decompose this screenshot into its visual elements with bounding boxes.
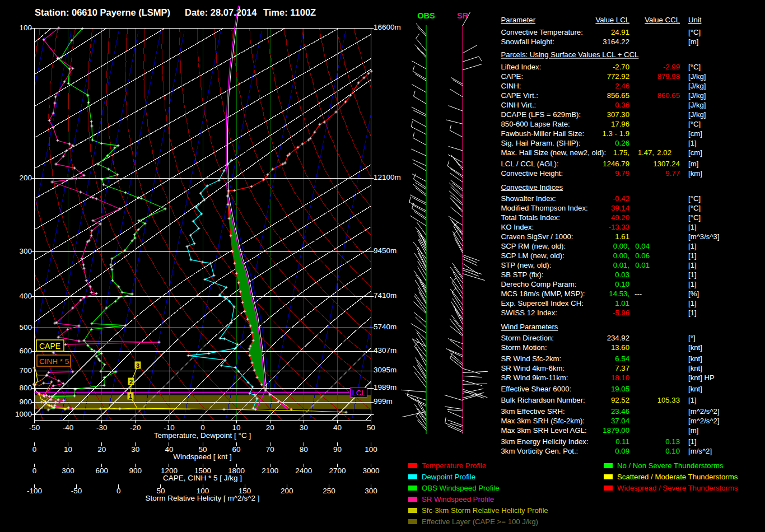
svg-text:OBS Windspeed Profile: OBS Windspeed Profile bbox=[422, 484, 500, 492]
svg-text:10: 10 bbox=[232, 423, 241, 432]
svg-text:7.37: 7.37 bbox=[615, 364, 629, 372]
svg-text:OBS: OBS bbox=[417, 11, 435, 20]
svg-text:2.02: 2.02 bbox=[657, 148, 671, 157]
svg-text:SB STP (fix):: SB STP (fix): bbox=[501, 270, 544, 279]
svg-text:0.36: 0.36 bbox=[615, 101, 629, 109]
svg-text:DCAPE (LFS = 629mB):: DCAPE (LFS = 629mB): bbox=[501, 110, 581, 119]
svg-text:Bulk Richardson Number:: Bulk Richardson Number: bbox=[501, 396, 585, 404]
svg-text:90: 90 bbox=[333, 445, 342, 454]
svg-text:CINH Virt.:: CINH Virt.: bbox=[501, 101, 537, 109]
svg-text:[1]: [1] bbox=[688, 270, 697, 279]
svg-text:Convective Height:: Convective Height: bbox=[501, 169, 563, 178]
svg-text:500: 500 bbox=[19, 323, 32, 332]
svg-text:234.92: 234.92 bbox=[607, 334, 629, 342]
svg-text:[knt]: [knt] bbox=[688, 343, 702, 352]
svg-text:1.75,: 1.75, bbox=[613, 148, 629, 157]
svg-text:[°C]: [°C] bbox=[688, 204, 701, 212]
svg-text:20: 20 bbox=[97, 445, 106, 454]
svg-text:2: 2 bbox=[129, 379, 133, 385]
svg-text:[knt] HP: [knt] HP bbox=[688, 374, 715, 382]
svg-text:Modified Thompson Index:: Modified Thompson Index: bbox=[501, 204, 588, 212]
svg-text:772.92: 772.92 bbox=[607, 72, 629, 81]
svg-text:CAPE:: CAPE: bbox=[501, 72, 524, 81]
svg-text:[1]: [1] bbox=[688, 242, 697, 250]
svg-text:-2.70: -2.70 bbox=[613, 63, 629, 71]
svg-text:[°C]: [°C] bbox=[688, 120, 701, 128]
svg-text:60: 60 bbox=[232, 445, 241, 454]
svg-text:Date: 28.07.2014: Date: 28.07.2014 bbox=[185, 7, 257, 17]
svg-text:600: 600 bbox=[95, 466, 108, 475]
svg-text:0.03: 0.03 bbox=[615, 270, 629, 279]
svg-text:[1]: [1] bbox=[688, 223, 697, 231]
svg-text:1307.24: 1307.24 bbox=[653, 160, 680, 168]
svg-text:300: 300 bbox=[62, 466, 74, 475]
svg-text:0.01: 0.01 bbox=[635, 261, 650, 269]
svg-text:0: 0 bbox=[200, 423, 205, 432]
svg-text:-50: -50 bbox=[29, 423, 40, 432]
svg-text:[m/s^2]: [m/s^2] bbox=[688, 447, 712, 455]
svg-text:24.91: 24.91 bbox=[611, 28, 629, 36]
svg-text:23.46: 23.46 bbox=[611, 407, 629, 416]
svg-text:CAPE, CINH * 5 [ J/kg ]: CAPE, CINH * 5 [ J/kg ] bbox=[163, 474, 242, 482]
svg-text:13.60: 13.60 bbox=[611, 343, 629, 352]
svg-text:-2.99: -2.99 bbox=[663, 63, 680, 71]
svg-text:[knt]: [knt] bbox=[688, 354, 702, 363]
svg-text:-5.96: -5.96 bbox=[613, 309, 629, 317]
svg-text:Station: 06610 Payerne (LSMP): Station: 06610 Payerne (LSMP) bbox=[35, 7, 170, 17]
svg-text:Value LCL: Value LCL bbox=[595, 16, 629, 24]
svg-text:70: 70 bbox=[266, 445, 274, 454]
svg-text:[1]: [1] bbox=[688, 280, 697, 288]
svg-text:700: 700 bbox=[19, 366, 32, 375]
svg-text:200: 200 bbox=[281, 487, 293, 495]
svg-text:[°C]: [°C] bbox=[688, 28, 701, 36]
svg-text:Windspeed [ knt ]: Windspeed [ knt ] bbox=[173, 452, 231, 461]
svg-text:SWISS 12 Index:: SWISS 12 Index: bbox=[501, 309, 557, 317]
svg-text:3: 3 bbox=[136, 362, 139, 369]
svg-text:[1]: [1] bbox=[688, 309, 697, 317]
svg-text:860.65: 860.65 bbox=[657, 91, 680, 100]
svg-text:80: 80 bbox=[300, 445, 308, 454]
svg-text:3095m: 3095m bbox=[374, 366, 397, 374]
svg-text:[km]: [km] bbox=[688, 169, 702, 178]
svg-text:1.3 - 1.9: 1.3 - 1.9 bbox=[603, 129, 629, 138]
svg-text:-0.42: -0.42 bbox=[613, 194, 629, 203]
svg-text:MCS 18m/s (MMP, MSP):: MCS 18m/s (MMP, MSP): bbox=[501, 290, 585, 298]
svg-text:[m]: [m] bbox=[688, 38, 698, 46]
svg-text:[m^2/s^2]: [m^2/s^2] bbox=[688, 417, 720, 425]
svg-text:2700: 2700 bbox=[329, 466, 346, 475]
svg-text:0: 0 bbox=[116, 487, 121, 495]
svg-text:39.14: 39.14 bbox=[611, 204, 629, 212]
svg-text:-50: -50 bbox=[71, 487, 82, 495]
svg-text:2400: 2400 bbox=[295, 466, 312, 475]
svg-text:Showalter Index:: Showalter Index: bbox=[501, 194, 556, 203]
svg-text:17.96: 17.96 bbox=[611, 120, 629, 128]
svg-text:1.47,: 1.47, bbox=[638, 148, 654, 157]
svg-text:1: 1 bbox=[129, 393, 132, 400]
svg-text:SCP LM (new, old):: SCP LM (new, old): bbox=[501, 251, 565, 260]
svg-text:3164.22: 3164.22 bbox=[603, 38, 629, 46]
svg-text:Exp. Supercell Index CH:: Exp. Supercell Index CH: bbox=[501, 299, 584, 307]
svg-text:30: 30 bbox=[300, 423, 308, 432]
svg-text:2100: 2100 bbox=[262, 466, 278, 475]
svg-text:-100: -100 bbox=[27, 487, 42, 495]
svg-text:Craven SigSvr / 1000:: Craven SigSvr / 1000: bbox=[501, 232, 573, 241]
svg-text:LCL / CCL (AGL):: LCL / CCL (AGL): bbox=[501, 160, 559, 168]
svg-text:Sfc-3km Storm Relative Helicit: Sfc-3km Storm Relative Helicity Profile bbox=[422, 506, 548, 515]
svg-text:92.52: 92.52 bbox=[611, 396, 629, 404]
svg-text:[J/kg]: [J/kg] bbox=[688, 72, 706, 81]
svg-text:SR Wind 9km-11km:: SR Wind 9km-11km: bbox=[501, 374, 568, 382]
svg-text:Convective Indices: Convective Indices bbox=[501, 183, 563, 192]
svg-text:[knt]: [knt] bbox=[688, 385, 702, 393]
svg-text:[knt]: [knt] bbox=[688, 364, 702, 372]
svg-text:Snowfall Height:: Snowfall Height: bbox=[501, 38, 554, 46]
svg-text:3km Effective SRH:: 3km Effective SRH: bbox=[501, 407, 565, 416]
svg-text:-10: -10 bbox=[164, 423, 175, 432]
svg-text:300: 300 bbox=[365, 487, 377, 495]
svg-text:Max 3km SRH Level AGL:: Max 3km SRH Level AGL: bbox=[501, 426, 587, 435]
svg-text:Storm Motion:: Storm Motion: bbox=[501, 343, 547, 352]
svg-text:[1]: [1] bbox=[688, 299, 697, 307]
svg-text:37.04: 37.04 bbox=[611, 417, 629, 425]
svg-text:14.53,: 14.53, bbox=[609, 290, 629, 298]
svg-text:3000: 3000 bbox=[362, 466, 379, 475]
svg-text:10: 10 bbox=[64, 445, 72, 454]
